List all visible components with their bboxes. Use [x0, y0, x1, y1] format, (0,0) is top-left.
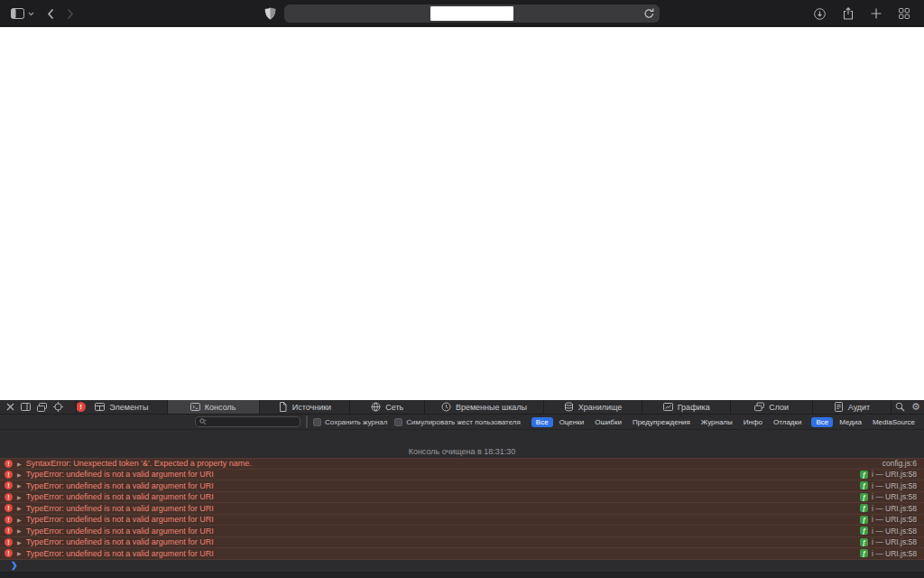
- function-badge-icon: ƒ: [860, 549, 868, 557]
- console-error-row[interactable]: !▶TypeError: undefined is not a valid ar…: [0, 548, 924, 560]
- checkbox-icon: [394, 418, 402, 426]
- disclosure-triangle-icon[interactable]: ▶: [17, 517, 22, 523]
- simulate-user-gesture-checkbox[interactable]: Симулировать жест пользователя: [394, 418, 521, 426]
- console-error-row[interactable]: !▶TypeError: undefined is not a valid ar…: [0, 503, 924, 515]
- disclosure-triangle-icon[interactable]: ▶: [17, 527, 22, 534]
- filter-pill-отладки[interactable]: Отладки: [769, 417, 806, 427]
- disclosure-triangle-icon[interactable]: ▶: [17, 494, 22, 500]
- error-location[interactable]: i — URI.js:58: [872, 492, 917, 501]
- console-prompt[interactable]: ❯: [0, 560, 924, 572]
- filter-pill-журналы[interactable]: Журналы: [697, 417, 737, 427]
- console-cleared-message: Консоль очищена в 18:31:30: [0, 446, 924, 458]
- console-error-row[interactable]: !▶TypeError: undefined is not a valid ar…: [0, 515, 924, 527]
- share-button[interactable]: [843, 7, 854, 20]
- layers-icon: [754, 402, 764, 412]
- tab-sources[interactable]: Источники: [259, 400, 350, 414]
- disclosure-triangle-icon[interactable]: ▶: [17, 550, 22, 556]
- media-filter-pill-все[interactable]: Все: [811, 417, 833, 427]
- timelines-icon: [441, 402, 451, 412]
- console-bottom-strip: [0, 572, 924, 578]
- tab-label: Сеть: [385, 403, 403, 412]
- error-location[interactable]: i — URI.js:58: [872, 515, 917, 524]
- search-icon[interactable]: [892, 400, 908, 415]
- tab-layers[interactable]: Слои: [730, 400, 812, 414]
- tab-label: Аудит: [848, 403, 871, 412]
- reload-button[interactable]: [644, 8, 654, 19]
- forward-button[interactable]: [67, 8, 74, 20]
- filter-pill-все[interactable]: Все: [531, 417, 553, 427]
- disclosure-triangle-icon[interactable]: ▶: [17, 539, 22, 545]
- redacted-url-box: [430, 6, 513, 21]
- console-error-row[interactable]: !▶TypeError: undefined is not a valid ar…: [0, 492, 924, 504]
- checkbox-label: Сохранить журнал: [325, 418, 387, 426]
- tab-console[interactable]: Консоль: [167, 400, 259, 414]
- console-error-row[interactable]: !▶TypeError: undefined is not a valid ar…: [0, 537, 924, 549]
- shield-icon[interactable]: [264, 7, 276, 21]
- error-location[interactable]: i — URI.js:58: [872, 537, 917, 546]
- console-filter-input[interactable]: [208, 418, 296, 426]
- tab-overview-button[interactable]: [899, 8, 910, 19]
- sidebar-icon: [11, 8, 24, 19]
- tab-audit[interactable]: Аудит: [812, 400, 891, 414]
- element-picker-icon[interactable]: [53, 402, 63, 412]
- downloads-button[interactable]: [814, 8, 826, 20]
- media-filter-pill-медиа[interactable]: Медиа: [835, 417, 866, 427]
- error-icon: !: [5, 493, 13, 501]
- tab-label: Источники: [292, 403, 331, 412]
- error-location[interactable]: config.js:6: [882, 459, 917, 468]
- back-button[interactable]: [47, 8, 54, 20]
- console-output: Консоль очищена в 18:31:30 !▶SyntaxError…: [0, 430, 924, 578]
- close-icon[interactable]: [6, 403, 14, 411]
- address-bar[interactable]: [284, 5, 660, 23]
- function-badge-icon: ƒ: [860, 471, 868, 479]
- error-message-text: TypeError: undefined is not a valid argu…: [26, 537, 855, 546]
- error-location[interactable]: i — URI.js:58: [872, 504, 917, 513]
- error-location[interactable]: i — URI.js:58: [872, 527, 917, 536]
- filter-pill-оценки[interactable]: Оценки: [555, 417, 589, 427]
- error-location[interactable]: i — URI.js:58: [872, 470, 917, 479]
- tab-network[interactable]: Сеть: [349, 400, 424, 414]
- checkbox-label: Симулировать жест пользователя: [406, 418, 521, 426]
- console-toolbar: ‹ › Сохранить журналСимулировать жест по…: [0, 415, 924, 430]
- network-icon: [371, 402, 381, 412]
- error-icon: !: [5, 460, 13, 468]
- new-tab-button[interactable]: [871, 8, 882, 19]
- level-filter-group: ВсеОценкиОшибкиПредупрежденияЖурналыИнфо…: [531, 417, 807, 427]
- error-icon: !: [5, 527, 13, 535]
- filter-pill-инфо[interactable]: Инфо: [739, 417, 767, 427]
- function-badge-icon: ƒ: [860, 516, 868, 524]
- error-icon: !: [5, 549, 13, 557]
- previous-result-button[interactable]: ‹: [307, 416, 308, 427]
- error-message-text: TypeError: undefined is not a valid argu…: [26, 504, 855, 513]
- disclosure-triangle-icon[interactable]: ▶: [17, 471, 22, 478]
- console-filter-field[interactable]: [195, 416, 300, 427]
- tab-label: Слои: [769, 403, 789, 412]
- function-badge-icon: ƒ: [860, 493, 868, 501]
- dock-window-icon[interactable]: [37, 403, 47, 412]
- disclosure-triangle-icon[interactable]: ▶: [17, 461, 22, 467]
- console-error-row[interactable]: !▶TypeError: undefined is not a valid ar…: [0, 470, 924, 481]
- media-filter-pill-mediasource[interactable]: MediaSource: [868, 417, 919, 427]
- console-error-row[interactable]: !▶SyntaxError: Unexpected token '&'. Exp…: [0, 458, 924, 470]
- preserve-log-checkbox[interactable]: Сохранить журнал: [313, 418, 387, 426]
- tab-label: Элементы: [109, 403, 148, 412]
- inspector-tab-bar: ! ЭлементыКонсольИсточникиСетьВременные …: [0, 400, 924, 415]
- tab-label: Хранилище: [578, 403, 623, 412]
- disclosure-triangle-icon[interactable]: ▶: [17, 505, 22, 511]
- filter-pill-предупреждения[interactable]: Предупреждения: [628, 417, 695, 427]
- error-message-text: TypeError: undefined is not a valid argu…: [26, 549, 855, 558]
- tab-graphics[interactable]: Графика: [642, 400, 730, 414]
- filter-pill-ошибки[interactable]: Ошибки: [590, 417, 626, 427]
- settings-gear-icon[interactable]: ⚙: [908, 400, 924, 415]
- dock-side-icon[interactable]: [21, 403, 31, 411]
- tab-elements[interactable]: Элементы: [76, 400, 167, 414]
- console-error-row[interactable]: !▶TypeError: undefined is not a valid ar…: [0, 526, 924, 537]
- tab-storage[interactable]: Хранилище: [543, 400, 642, 414]
- error-location[interactable]: i — URI.js:58: [872, 549, 917, 558]
- error-location[interactable]: i — URI.js:58: [872, 481, 917, 490]
- console-error-row[interactable]: !▶TypeError: undefined is not a valid ar…: [0, 480, 924, 492]
- error-message-text: TypeError: undefined is not a valid argu…: [26, 492, 855, 501]
- disclosure-triangle-icon[interactable]: ▶: [17, 482, 22, 489]
- tab-timelines[interactable]: Временные шкалы: [424, 400, 542, 414]
- sidebar-toggle-button[interactable]: [11, 8, 34, 19]
